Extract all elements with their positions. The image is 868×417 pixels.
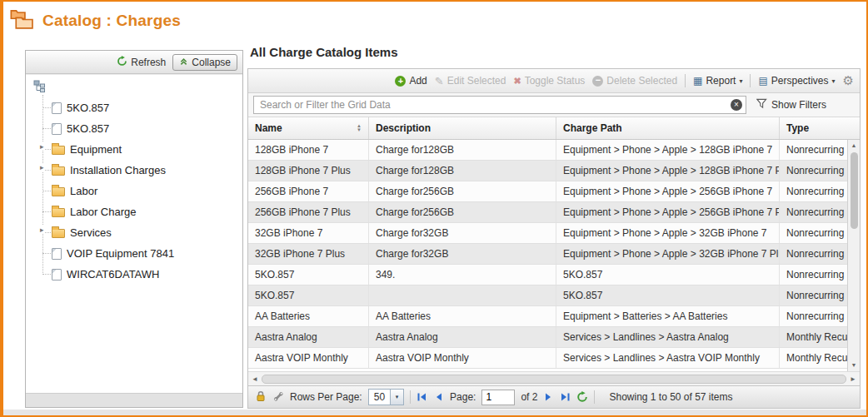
previous-page-button[interactable] [433, 392, 444, 402]
search-input[interactable] [253, 96, 746, 114]
scroll-right-icon[interactable]: ► [846, 375, 860, 383]
column-header-charge-path[interactable]: Charge Path [556, 117, 780, 139]
grid-search-row: × Show Filters [248, 93, 860, 117]
table-row[interactable]: Aastra VOIP MonthlyAastra VOIP MonthlySe… [248, 348, 847, 369]
table-cell: Charge for256GB [369, 202, 556, 222]
table-cell: 32GB iPhone 7 [248, 223, 369, 243]
tree-item-label: Labor [70, 185, 97, 197]
folder-icon [52, 146, 65, 155]
tree-item-installation-charges[interactable]: ▸Installation Charges [38, 160, 239, 181]
tree-item-5ko-857[interactable]: 5KO.857 [38, 118, 239, 139]
edit-icon: ✎ [435, 75, 444, 87]
tree-item-label: Services [70, 226, 112, 239]
table-row[interactable]: Aastra AnalogAastra AnalogServices > Lan… [248, 327, 847, 348]
scroll-up-icon[interactable]: ▲ [851, 140, 857, 151]
table-row[interactable]: 128GB iPhone 7Charge for128GBEquipment >… [248, 140, 847, 161]
table-row[interactable]: 5KO.8575KO.857Nonrecurring [248, 285, 847, 306]
first-page-button[interactable] [417, 392, 427, 402]
table-cell: Monthly Recurring [780, 348, 847, 368]
add-button[interactable]: + Add [395, 75, 427, 87]
table-cell: Aastra VOIP Monthly [369, 348, 556, 368]
rows-per-page-label: Rows Per Page: [290, 391, 362, 403]
table-cell: Aastra Analog [248, 327, 369, 347]
rows-per-page-select[interactable]: 50 ▾ [368, 389, 404, 405]
table-cell: Nonrecurring [780, 202, 847, 222]
tree-item-label: 5KO.857 [67, 122, 109, 135]
scroll-left-icon[interactable]: ◄ [248, 375, 262, 383]
expand-toggle-icon[interactable]: ▸ [39, 226, 45, 234]
table-cell: Nonrecurring [780, 306, 847, 326]
expand-toggle-icon[interactable]: ▸ [39, 163, 45, 171]
file-icon [52, 123, 62, 135]
next-page-button[interactable] [543, 392, 554, 402]
horizontal-scrollbar[interactable]: ◄ ► [248, 371, 860, 385]
add-label: Add [409, 75, 427, 87]
tree-horizontal-scrollbar[interactable] [26, 393, 242, 407]
page-number-input[interactable] [481, 390, 515, 405]
table-cell: Nonrecurring [780, 285, 847, 305]
table-row[interactable]: 128GB iPhone 7 PlusCharge for128GBEquipm… [248, 161, 847, 181]
expand-toggle-icon[interactable]: ▸ [39, 142, 45, 151]
toggle-status-button[interactable]: ✖ Toggle Status [513, 75, 585, 87]
file-icon [52, 248, 62, 260]
catalog-tree-panel: Refresh Collapse [25, 50, 243, 408]
page-horizontal-scrollbar[interactable] [3, 410, 866, 415]
clear-search-icon[interactable]: × [731, 99, 742, 111]
column-header-description[interactable]: Description [369, 117, 556, 139]
table-cell: 256GB iPhone 7 [248, 181, 369, 201]
table-cell: Equipment > Phone > Apple > 128GB iPhone… [556, 140, 780, 160]
column-header-name[interactable]: Name ▲ ▼ [248, 117, 369, 139]
table-row[interactable]: 256GB iPhone 7Charge for256GBEquipment >… [248, 181, 847, 202]
tree-item-5ko-857[interactable]: 5KO.857 [38, 97, 239, 118]
refresh-button[interactable]: Refresh [117, 56, 166, 69]
grid-refresh-icon[interactable] [576, 391, 588, 403]
rows-per-page-value: 50 [369, 391, 390, 403]
table-row[interactable]: 5KO.857349.5KO.857Nonrecurring [248, 265, 847, 285]
table-cell: 349. [369, 265, 556, 285]
wrench-icon[interactable] [272, 390, 284, 405]
page-header: Catalog : Charges [3, 2, 866, 40]
vertical-scrollbar-thumb[interactable] [851, 152, 858, 229]
collapse-button[interactable]: Collapse [172, 54, 237, 71]
lock-icon[interactable] [255, 390, 267, 405]
delete-selected-label: Delete Selected [606, 75, 677, 87]
tree-item-equipment[interactable]: ▸Equipment [38, 139, 239, 160]
last-page-button[interactable] [560, 392, 571, 402]
delete-selected-button[interactable]: − Delete Selected [592, 75, 677, 87]
table-row[interactable]: 32GB iPhone 7Charge for32GBEquipment > P… [248, 223, 847, 244]
table-row[interactable]: AA BatteriesAA BatteriesEquipment > Batt… [248, 306, 847, 327]
table-cell: Equipment > Phone > Apple > 256GB iPhone… [556, 202, 780, 222]
tree-item-wircat6datawh[interactable]: WIRCAT6DATAWH [38, 264, 239, 285]
column-header-label: Charge Path [563, 122, 622, 134]
grid-title: All Charge Catalog Items [250, 45, 398, 59]
report-dropdown-button[interactable]: ▦ Report ▾ [693, 75, 742, 87]
table-cell: 5KO.857 [556, 285, 780, 305]
tree-root-icon[interactable] [33, 80, 239, 96]
tree-item-voip-equipment-7841[interactable]: VOIP Equipment 7841 [38, 243, 239, 264]
grid-footer: Rows Per Page: 50 ▾ Page: of 2 [248, 385, 860, 408]
table-cell: Aastra VOIP Monthly [248, 348, 369, 368]
table-row[interactable]: 256GB iPhone 7 PlusCharge for256GBEquipm… [248, 202, 847, 223]
tree-item-labor-charge[interactable]: Labor Charge [38, 201, 239, 222]
search-wrap: × [253, 96, 746, 114]
show-filters-button[interactable]: Show Filters [756, 98, 826, 112]
column-header-label: Type [786, 122, 809, 134]
horizontal-scrollbar-thumb[interactable] [262, 375, 846, 384]
tree-item-services[interactable]: ▸Services [38, 222, 239, 243]
sort-icon[interactable]: ▲ ▼ [357, 124, 362, 132]
table-cell: Charge for128GB [369, 161, 556, 181]
perspectives-dropdown-button[interactable]: ▤ Perspectives ▾ [758, 75, 835, 87]
table-cell: Charge for256GB [369, 181, 556, 201]
tree-item-labor[interactable]: Labor [38, 181, 239, 201]
table-cell: Nonrecurring [780, 140, 847, 160]
chevron-down-icon: ▾ [832, 77, 836, 85]
gear-icon[interactable]: ⚙ [843, 73, 854, 88]
column-header-type[interactable]: Type [780, 117, 860, 139]
scroll-down-icon[interactable]: ▼ [851, 360, 857, 371]
vertical-scrollbar[interactable]: ▲ ▼ [847, 140, 860, 371]
tree-toolbar: Refresh Collapse [26, 51, 242, 74]
table-rows: 128GB iPhone 7Charge for128GBEquipment >… [248, 140, 847, 371]
edit-selected-button[interactable]: ✎ Edit Selected [435, 75, 506, 87]
table-row[interactable]: 32GB iPhone 7 PlusCharge for32GBEquipmen… [248, 244, 847, 265]
refresh-icon [117, 56, 127, 69]
